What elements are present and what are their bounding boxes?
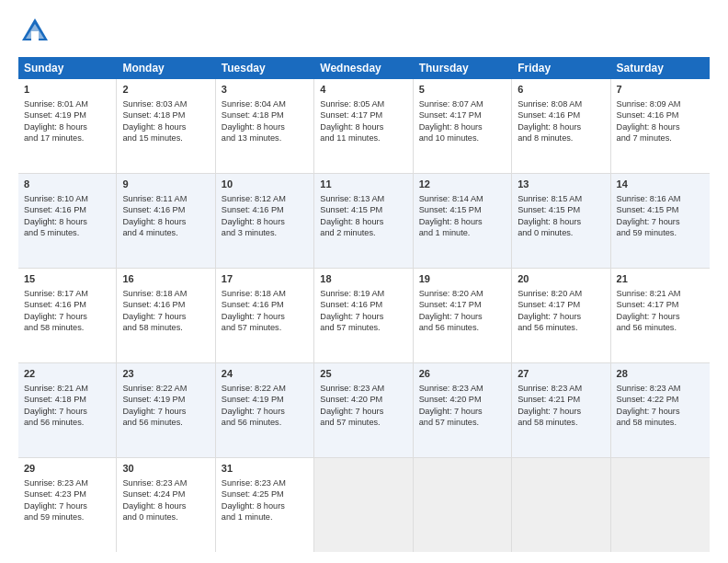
day-info-line-4: and 1 minute. [419, 228, 471, 237]
day-info-line-4: and 58 minutes. [518, 418, 577, 427]
day-info-line-3: Daylight: 7 hours [222, 407, 285, 416]
day-info-line-1: Sunrise: 8:15 AM [518, 194, 582, 203]
day-info-line-1: Sunrise: 8:23 AM [24, 478, 88, 488]
day-number: 18 [320, 272, 406, 286]
svg-rect-2 [31, 31, 39, 40]
day-info-line-4: and 1 minute. [222, 512, 273, 522]
day-info-line-4: and 59 minutes. [617, 228, 677, 237]
day-info-line-2: Sunset: 4:19 PM [222, 395, 284, 404]
day-info-line-3: Daylight: 8 hours [222, 217, 285, 226]
day-info-line-2: Sunset: 4:21 PM [518, 395, 580, 404]
day-info-line-3: Daylight: 8 hours [518, 122, 581, 132]
day-info-line-1: Sunrise: 8:16 AM [617, 194, 681, 203]
day-number: 3 [222, 83, 308, 97]
day-info-line-4: and 56 minutes. [222, 418, 281, 427]
day-cell-15: 15Sunrise: 8:17 AMSunset: 4:16 PMDayligh… [18, 269, 117, 362]
day-info-line-3: Daylight: 8 hours [222, 501, 285, 511]
day-cell-17: 17Sunrise: 8:18 AMSunset: 4:16 PMDayligh… [216, 269, 314, 362]
day-info-line-2: Sunset: 4:16 PM [122, 300, 185, 309]
day-number: 10 [222, 178, 308, 191]
day-info-line-2: Sunset: 4:18 PM [122, 110, 185, 120]
day-info-line-3: Daylight: 8 hours [617, 122, 680, 132]
day-info-line-1: Sunrise: 8:18 AM [122, 289, 187, 298]
day-number: 31 [222, 462, 308, 476]
calendar-row-2: 8Sunrise: 8:10 AMSunset: 4:16 PMDaylight… [18, 174, 710, 269]
day-cell-24: 24Sunrise: 8:22 AMSunset: 4:19 PMDayligh… [216, 363, 314, 457]
day-number: 28 [617, 367, 704, 381]
day-number: 22 [24, 367, 110, 381]
day-number: 11 [320, 178, 406, 191]
day-info-line-4: and 56 minutes. [122, 418, 182, 427]
day-cell-1: 1Sunrise: 8:01 AMSunset: 4:19 PMDaylight… [18, 79, 117, 173]
day-info-line-1: Sunrise: 8:23 AM [419, 384, 483, 393]
day-info-line-2: Sunset: 4:24 PM [122, 489, 185, 499]
day-info-line-4: and 58 minutes. [122, 323, 182, 332]
day-info-line-4: and 17 minutes. [24, 133, 84, 143]
day-info-line-3: Daylight: 7 hours [617, 217, 680, 226]
header [18, 15, 710, 48]
day-info-line-3: Daylight: 8 hours [24, 122, 87, 132]
day-info-line-1: Sunrise: 8:22 AM [122, 384, 187, 393]
day-info-line-2: Sunset: 4:16 PM [24, 300, 86, 309]
day-cell-2: 2Sunrise: 8:03 AMSunset: 4:18 PMDaylight… [117, 79, 215, 173]
day-info-line-3: Daylight: 8 hours [320, 217, 383, 226]
day-info-line-1: Sunrise: 8:20 AM [518, 289, 582, 298]
calendar-header: SundayMondayTuesdayWednesdayThursdayFrid… [18, 57, 710, 79]
day-number: 30 [122, 462, 209, 476]
day-cell-6: 6Sunrise: 8:08 AMSunset: 4:16 PMDaylight… [512, 79, 610, 173]
day-info-line-1: Sunrise: 8:05 AM [320, 99, 384, 109]
day-info-line-1: Sunrise: 8:18 AM [222, 289, 286, 298]
day-info-line-3: Daylight: 8 hours [419, 122, 483, 132]
day-cell-10: 10Sunrise: 8:12 AMSunset: 4:16 PMDayligh… [216, 174, 314, 268]
header-day-saturday: Saturday [611, 57, 710, 79]
day-number: 4 [320, 83, 406, 97]
day-info-line-3: Daylight: 8 hours [122, 501, 186, 511]
day-info-line-4: and 10 minutes. [419, 133, 479, 143]
day-info-line-1: Sunrise: 8:12 AM [222, 194, 286, 203]
day-info-line-2: Sunset: 4:20 PM [419, 395, 482, 404]
day-info-line-4: and 15 minutes. [122, 133, 182, 143]
day-info-line-3: Daylight: 8 hours [518, 217, 581, 226]
header-day-friday: Friday [512, 57, 610, 79]
day-info-line-1: Sunrise: 8:19 AM [320, 289, 384, 298]
day-info-line-3: Daylight: 8 hours [320, 122, 383, 132]
day-cell-16: 16Sunrise: 8:18 AMSunset: 4:16 PMDayligh… [117, 269, 215, 362]
day-info-line-4: and 57 minutes. [419, 418, 479, 427]
day-info-line-1: Sunrise: 8:11 AM [122, 194, 187, 203]
day-info-line-4: and 4 minutes. [122, 228, 177, 237]
day-number: 12 [419, 178, 506, 191]
day-number: 21 [617, 272, 704, 286]
day-info-line-4: and 58 minutes. [24, 323, 84, 332]
day-number: 25 [320, 367, 406, 381]
day-info-line-3: Daylight: 7 hours [419, 312, 483, 321]
day-info-line-4: and 57 minutes. [320, 323, 380, 332]
day-info-line-1: Sunrise: 8:01 AM [24, 99, 88, 109]
day-number: 13 [518, 178, 604, 191]
day-cell-8: 8Sunrise: 8:10 AMSunset: 4:16 PMDaylight… [18, 174, 117, 268]
day-number: 17 [222, 272, 308, 286]
day-info-line-4: and 57 minutes. [320, 418, 380, 427]
day-info-line-4: and 56 minutes. [419, 323, 479, 332]
day-info-line-1: Sunrise: 8:23 AM [518, 384, 582, 393]
day-info-line-4: and 8 minutes. [518, 133, 573, 143]
day-cell-29: 29Sunrise: 8:23 AMSunset: 4:23 PMDayligh… [18, 458, 117, 552]
day-info-line-4: and 11 minutes. [320, 133, 380, 143]
day-info-line-1: Sunrise: 8:23 AM [122, 478, 187, 488]
day-info-line-2: Sunset: 4:17 PM [617, 300, 679, 309]
day-info-line-2: Sunset: 4:17 PM [419, 110, 482, 120]
day-cell-5: 5Sunrise: 8:07 AMSunset: 4:17 PMDaylight… [414, 79, 512, 173]
calendar-row-4: 22Sunrise: 8:21 AMSunset: 4:18 PMDayligh… [18, 363, 710, 458]
day-info-line-1: Sunrise: 8:22 AM [222, 384, 286, 393]
day-info-line-3: Daylight: 7 hours [518, 312, 581, 321]
day-info-line-1: Sunrise: 8:17 AM [24, 289, 88, 298]
day-info-line-1: Sunrise: 8:23 AM [222, 478, 286, 488]
day-number: 19 [419, 272, 506, 286]
day-info-line-4: and 0 minutes. [122, 512, 177, 522]
day-info-line-2: Sunset: 4:17 PM [518, 300, 580, 309]
day-cell-3: 3Sunrise: 8:04 AMSunset: 4:18 PMDaylight… [216, 79, 314, 173]
day-info-line-2: Sunset: 4:17 PM [419, 300, 482, 309]
day-info-line-3: Daylight: 7 hours [320, 312, 383, 321]
day-cell-20: 20Sunrise: 8:20 AMSunset: 4:17 PMDayligh… [512, 269, 610, 362]
day-number: 2 [122, 83, 209, 97]
header-day-wednesday: Wednesday [314, 57, 413, 79]
